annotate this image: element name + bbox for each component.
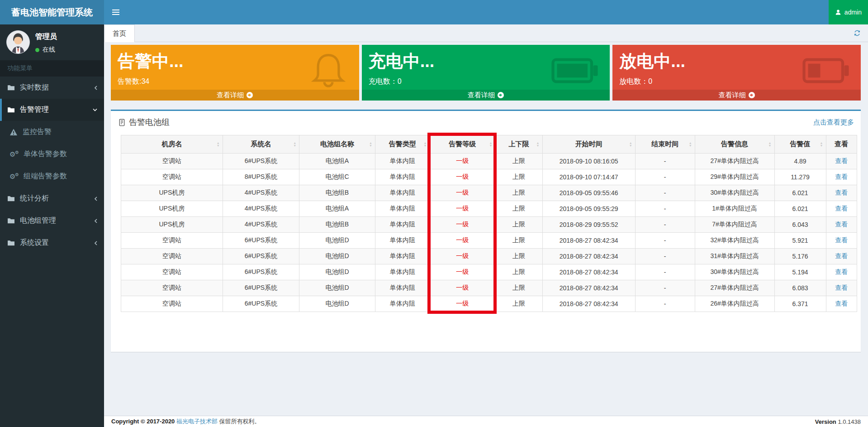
document-icon: [119, 119, 125, 126]
alarm-level-cell: 一级: [430, 185, 495, 201]
online-dot-icon: [35, 48, 39, 52]
view-more-link[interactable]: 点击查看更多: [813, 118, 854, 127]
app-logo[interactable]: 蓄电池智能管理系统: [0, 0, 104, 24]
chevron-left-icon: [94, 218, 98, 224]
column-header-9[interactable]: 告警信息▲▼: [695, 135, 774, 154]
battery-group-cell: 电池组A: [299, 201, 375, 217]
company-link[interactable]: 福光电子技术部: [176, 418, 218, 425]
room-name-cell: UPS机房: [121, 185, 223, 201]
room-name-cell: 空调站: [121, 280, 223, 296]
alarm-info-cell: 32#单体内阻过高: [695, 233, 774, 249]
sort-icon[interactable]: ▲▼: [293, 142, 296, 147]
discharging-card: 放电中... 放电数：0 查看详细: [612, 45, 861, 101]
end-time-cell: -: [635, 201, 695, 217]
alarm-card: 告警中... 告警数:34 查看详细: [111, 45, 359, 101]
end-time-cell: -: [635, 264, 695, 280]
battery-group-cell: 电池组B: [299, 217, 375, 233]
panel-header: 告警电池组 点击查看更多: [111, 111, 861, 132]
view-link[interactable]: 查看: [835, 268, 848, 275]
column-header-10[interactable]: 告警值▲▼: [774, 135, 826, 154]
sort-icon[interactable]: ▲▼: [423, 142, 427, 147]
sort-icon[interactable]: ▲▼: [768, 142, 772, 147]
system-name-cell: 4#UPS系统: [223, 217, 299, 233]
alarm-value-cell: 6.021: [774, 201, 826, 217]
alarm-level-cell: 一级: [430, 154, 495, 169]
battery-group-cell: 电池组D: [299, 280, 375, 296]
column-header-3[interactable]: 电池组名称▲▼: [299, 135, 375, 154]
start-time-cell: 2018-08-27 08:42:34: [542, 264, 635, 280]
room-name-cell: 空调站: [121, 296, 223, 312]
user-menu-button[interactable]: admin: [829, 0, 868, 24]
view-link[interactable]: 查看: [835, 284, 848, 291]
table-row: 空调站6#UPS系统电池组D单体内阻一级上限2018-08-27 08:42:3…: [121, 249, 857, 264]
sort-icon[interactable]: ▲▼: [489, 142, 492, 147]
status-cards: 告警中... 告警数:34 查看详细 充电中... 充电数：0: [111, 45, 861, 101]
charging-card-detail-link[interactable]: 查看详细: [362, 90, 610, 101]
chevron-left-icon: [94, 240, 98, 246]
column-header-4[interactable]: 告警类型▲▼: [375, 135, 430, 154]
folder-icon: [7, 84, 15, 91]
alarm-type-cell: 单体内阻: [375, 169, 430, 185]
alarm-info-cell: 31#单体内阻过高: [695, 249, 774, 264]
sidebar-toggle-icon[interactable]: [104, 0, 128, 24]
user-panel: 管理员 在线: [0, 24, 104, 60]
view-link[interactable]: 查看: [835, 157, 848, 164]
sort-icon[interactable]: ▲▼: [689, 142, 692, 147]
sidebar-item-system-settings[interactable]: 系统设置: [0, 232, 104, 254]
sidebar-item-alarm-management[interactable]: 告警管理: [0, 99, 104, 121]
view-link[interactable]: 查看: [835, 189, 848, 196]
copyright-text: Copyright © 2017-2020 福光电子技术部 保留所有权利。: [111, 417, 261, 426]
view-link[interactable]: 查看: [835, 221, 848, 228]
alarm-value-cell: 6.371: [774, 296, 826, 312]
view-link[interactable]: 查看: [835, 173, 848, 180]
tab-home[interactable]: 首页: [104, 24, 135, 42]
view-link[interactable]: 查看: [835, 205, 848, 212]
column-header-11[interactable]: 查看: [826, 135, 857, 154]
sort-icon[interactable]: ▲▼: [629, 142, 632, 147]
discharging-card-detail-link[interactable]: 查看详细: [612, 90, 861, 101]
sort-icon[interactable]: ▲▼: [820, 142, 823, 147]
sidebar-item-group-alarm-params[interactable]: ⚙ 组端告警参数: [0, 165, 104, 187]
column-header-7[interactable]: 开始时间▲▼: [542, 135, 635, 154]
sort-icon[interactable]: ▲▼: [536, 142, 540, 147]
column-header-8[interactable]: 结束时间▲▼: [635, 135, 695, 154]
alarm-type-cell: 单体内阻: [375, 233, 430, 249]
start-time-cell: 2018-09-10 08:16:05: [542, 154, 635, 169]
view-link[interactable]: 查看: [835, 300, 848, 307]
view-cell: 查看: [826, 296, 857, 312]
alarm-type-cell: 单体内阻: [375, 201, 430, 217]
battery-group-cell: 电池组D: [299, 296, 375, 312]
alarm-info-cell: 1#单体内阻过高: [695, 201, 774, 217]
sidebar-item-realtime-data[interactable]: 实时数据: [0, 77, 104, 99]
folder-open-icon: [7, 106, 15, 113]
column-header-2[interactable]: 系统名▲▼: [223, 135, 299, 154]
column-header-5[interactable]: 告警等级▲▼: [430, 135, 495, 154]
alarm-type-cell: 单体内阻: [375, 249, 430, 264]
alarm-card-detail-link[interactable]: 查看详细: [111, 90, 359, 101]
sidebar-item-cell-alarm-params[interactable]: ⚙ 单体告警参数: [0, 143, 104, 165]
sort-icon[interactable]: ▲▼: [369, 142, 372, 147]
view-cell: 查看: [826, 169, 857, 185]
arrow-circle-right-icon: [247, 92, 253, 98]
alarm-value-cell: 5.194: [774, 264, 826, 280]
alarm-table: 机房名▲▼系统名▲▼电池组名称▲▼告警类型▲▼告警等级▲▼上下限▲▼开始时间▲▼…: [121, 135, 857, 312]
sidebar-item-battery-group-management[interactable]: 电池组管理: [0, 210, 104, 232]
sort-icon[interactable]: ▲▼: [217, 142, 220, 147]
folder-icon: [7, 195, 15, 202]
battery-group-cell: 电池组A: [299, 154, 375, 169]
refresh-icon[interactable]: [854, 29, 861, 37]
sidebar-item-statistics[interactable]: 统计分析: [0, 187, 104, 210]
table-row: UPS机房4#UPS系统电池组B单体内阻一级上限2018-08-29 09:55…: [121, 217, 857, 233]
limit-cell: 上限: [495, 185, 542, 201]
view-link[interactable]: 查看: [835, 236, 848, 244]
gears-icon: ⚙: [9, 150, 19, 158]
column-header-1[interactable]: 机房名▲▼: [121, 135, 223, 154]
alarm-type-cell: 单体内阻: [375, 185, 430, 201]
view-link[interactable]: 查看: [835, 252, 848, 259]
limit-cell: 上限: [495, 233, 542, 249]
sidebar-item-monitor-alarm[interactable]: 监控告警: [0, 121, 104, 143]
sidebar-menu: 实时数据 告警管理 监控告警 ⚙ 单体告警参数 ⚙ 组端告警参数: [0, 77, 104, 254]
column-header-6[interactable]: 上下限▲▼: [495, 135, 542, 154]
page-footer: Copyright © 2017-2020 福光电子技术部 保留所有权利。 Ve…: [104, 416, 868, 427]
alarm-type-cell: 单体内阻: [375, 296, 430, 312]
